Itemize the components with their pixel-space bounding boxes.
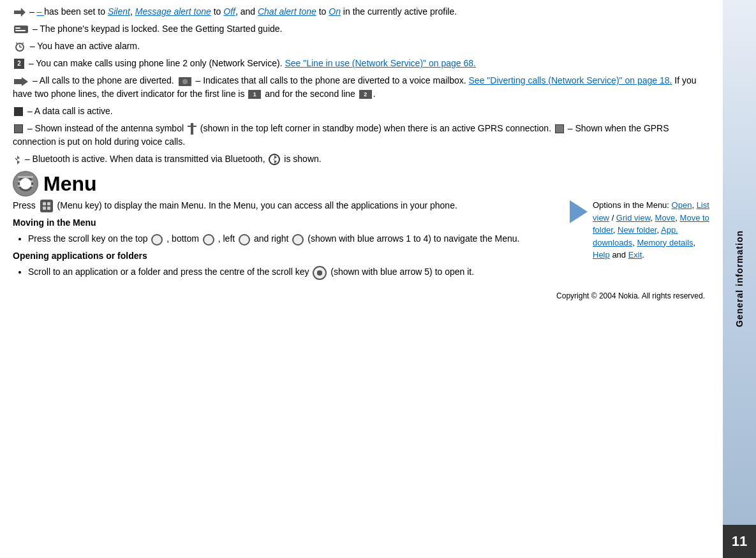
ringing-type-paragraph: – – has been set to Silent, Message aler… [13,5,710,18]
scroll-top-icon [151,234,163,246]
line2-paragraph: 2 – You can make calls using phone line … [13,57,710,70]
gprs-icon2 [555,124,564,133]
alarm-paragraph: – You have an active alarm. [13,40,710,53]
silent-link[interactable]: Silent [108,6,130,17]
options-and: and [612,250,628,260]
menu-icon [13,171,38,196]
divert-suffix2: and for the second line [265,89,355,99]
keypad-icon [14,26,28,33]
option-open[interactable]: Open [672,200,692,210]
datacall-text: – A data call is active. [27,106,113,116]
options-period: . [642,250,644,260]
off-link[interactable]: Off [223,6,235,17]
antenna-icon [188,123,196,135]
line2-text: – You can make calls using phone line 2 … [29,58,283,68]
svg-rect-15 [18,176,33,178]
options-arrow [570,199,588,261]
svg-point-7 [182,79,188,84]
divert-link[interactable]: See "Diverting calls (Network Service)" … [469,75,672,85]
svg-line-10 [15,158,17,160]
ringing-icon [14,8,26,17]
svg-line-3 [16,43,18,44]
moving-heading: Moving in the Menu [13,216,560,230]
on-link[interactable]: On [329,6,341,17]
datacall-icon [14,107,23,116]
menu-intro-text: Press [13,200,36,210]
diverted-paragraph: – All calls to the phone are diverted. –… [13,74,710,101]
line1-indicator: 1 [248,90,261,99]
opening-text1: Scroll to an application or a folder and… [28,267,309,277]
menu-content-area: Press (Menu key) to display the main Men… [13,199,710,284]
menu-intro-text2: (Menu key) to display the main Menu. In … [57,200,457,210]
svg-rect-14 [18,185,33,187]
opening-heading: Opening applications or folders [13,249,560,263]
right-col-inner: Options in the Menu: Open, List view / G… [570,199,710,261]
line2-indicator: 2 [359,90,372,99]
svg-rect-16 [40,200,53,212]
opening-list: Scroll to an application or a folder and… [13,265,560,279]
gprs-paragraph: – Shown instead of the antenna symbol (s… [13,122,710,149]
moving-list: Press the scroll key on the top , bottom… [13,232,560,246]
opening-bullet-item: Scroll to an application or a folder and… [28,265,560,279]
moving-text2: , bottom [167,233,199,244]
message-alert-link[interactable]: Message alert tone [135,6,211,17]
line2-link[interactable]: See "Line in use (Network Service)" on p… [285,58,475,68]
menu-intro-paragraph: Press (Menu key) to display the main Men… [13,199,560,212]
line2-icon: 2 [14,59,24,69]
options-text: Options in the Menu: Open, List view / G… [593,199,710,261]
option-exit[interactable]: Exit [628,250,642,260]
option-move[interactable]: Move [655,213,676,223]
moving-bullet-item: Press the scroll key on the top , bottom… [28,232,560,246]
alarm-icon [14,41,26,52]
copyright-text: Copyright © 2004 Nokia. All rights reser… [13,291,710,300]
option-memory-details[interactable]: Memory details [637,238,693,247]
svg-rect-17 [43,202,46,205]
keypad-paragraph: – The phone's keypad is locked. See the … [13,22,710,36]
gprs-text2: (shown in the top left corner in standby… [200,123,551,133]
ringing-type-link[interactable]: – [37,6,45,17]
scroll-left-icon [239,234,250,246]
bluetooth-icon [14,155,20,164]
diverted2-text: – Indicates that all calls to the phone … [195,75,466,85]
keypad-text: – The phone's keypad is locked. See the … [33,24,283,34]
diverted-icon [14,77,28,85]
svg-rect-20 [47,207,50,210]
datacall-paragraph: – A data call is active. [13,105,710,118]
gprs-icon1 [14,124,23,133]
moving-text1: Press the scroll key on the top [28,233,148,244]
svg-point-11 [13,172,38,196]
svg-rect-19 [43,207,46,210]
chapter-title: General information [734,230,745,327]
svg-rect-13 [18,180,33,182]
svg-rect-8 [191,123,193,135]
alarm-text: – You have an active alarm. [30,41,140,51]
moving-text4: and right [254,233,288,244]
options-intro: Options in the Menu: [593,200,669,210]
gprs-text1: – Shown instead of the antenna symbol [27,123,184,133]
scroll-bottom-icon [203,234,214,246]
top-section: – – has been set to Silent, Message aler… [13,5,710,166]
scroll-right-icon [292,234,304,246]
arrow-shape [570,200,588,223]
svg-marker-5 [14,77,28,86]
moving-text3: , left [218,233,235,244]
opening-text2: (shown with blue arrow 5) to open it. [330,267,474,277]
option-help[interactable]: Help [593,250,610,260]
bluetooth-paragraph: – Bluetooth is active. When data is tran… [13,152,710,166]
option-new-folder[interactable]: New folder [618,225,656,235]
main-content: – – has been set to Silent, Message aler… [0,0,723,558]
right-column: Options in the Menu: Open, List view / G… [570,199,710,284]
chat-alert-link[interactable]: Chat alert tone [258,6,316,17]
bluetooth-text2: is shown. [284,154,321,164]
svg-rect-18 [47,202,50,205]
page-number: 11 [723,525,756,558]
menu-title: Menu [43,173,97,194]
option-grid-view[interactable]: Grid view [616,213,650,223]
diverted-text: – All calls to the phone are diverted. [33,75,174,85]
bluetooth-text1: – Bluetooth is active. When data is tran… [25,154,265,164]
scroll-center-icon [313,266,327,280]
bt-active-icon [269,154,280,165]
svg-point-12 [18,176,33,191]
sidebar-right: General information 11 [723,0,756,558]
left-column: Press (Menu key) to display the main Men… [13,199,560,284]
